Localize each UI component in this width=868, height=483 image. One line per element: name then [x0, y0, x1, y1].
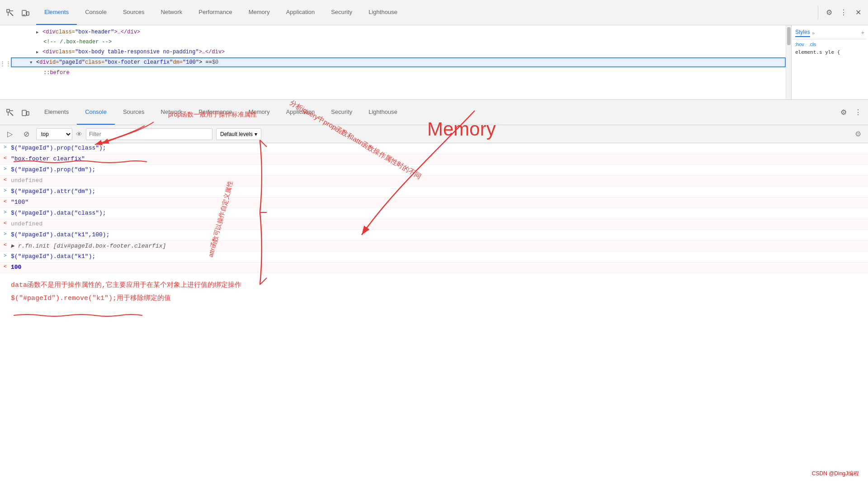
console-text-3: $("#pageId").prop("dm");: [11, 166, 864, 173]
tab-network[interactable]: Network: [153, 0, 191, 25]
three-dots-icon[interactable]: ⋮⋮: [0, 25, 11, 99]
svg-rect-11: [22, 110, 26, 116]
console-text-10: ▶ r.fn.init [div#pageId.box-footer.clear…: [11, 242, 864, 249]
console-line-3[interactable]: > $("#pageId").prop("dm");: [0, 165, 868, 176]
elements-scrollbar[interactable]: [786, 25, 791, 99]
console-line-10[interactable]: < ▶ r.fn.init [div#pageId.box-footer.cle…: [0, 241, 868, 252]
tree-line-3[interactable]: <div class="box-body table-responsive no…: [11, 47, 786, 57]
device-toolbar-icon[interactable]: [19, 6, 32, 19]
console-inspect-icon[interactable]: [4, 106, 16, 119]
inspect-element-icon[interactable]: [4, 6, 16, 19]
styles-header: Styles » +: [793, 27, 866, 39]
svg-line-10: [10, 113, 13, 116]
console-device-icon[interactable]: [19, 106, 32, 119]
input-arrow-1: >: [4, 145, 11, 150]
svg-rect-12: [27, 112, 29, 115]
console-context-select[interactable]: top: [36, 128, 72, 140]
console-tab-bar: Elements Console Sources Network Perform…: [36, 100, 837, 125]
console-line-11[interactable]: > $("#pageId").data("k1");: [0, 252, 868, 263]
tree-line-selected[interactable]: <div id="pageId" class="box-footer clear…: [11, 57, 786, 67]
styles-content: element.s yle {: [793, 47, 866, 57]
tree-line-2[interactable]: <!-- /.box-header -->: [11, 37, 786, 47]
console-line-5[interactable]: > $("#pageId").attr("dm");: [0, 187, 868, 197]
input-arrow-3: >: [4, 166, 11, 172]
console-gear-icon[interactable]: ⚙: [852, 128, 864, 141]
tree-line-1[interactable]: <div class="box-header">…</div>: [11, 27, 786, 37]
console-devtools-bar: Elements Console Sources Network Perform…: [0, 100, 868, 125]
tab-performance[interactable]: Performance: [190, 0, 240, 25]
tab2-sources[interactable]: Sources: [115, 100, 153, 125]
tab-memory[interactable]: Memory: [241, 0, 278, 25]
console-eye-icon[interactable]: 👁: [76, 131, 82, 138]
console-text-7: $("#pageId").data("class");: [11, 210, 864, 216]
tab2-lighthouse[interactable]: Lighthouse: [360, 100, 406, 125]
tree-arrow-3[interactable]: [36, 49, 42, 55]
console-text-11: $("#pageId").data("k1");: [11, 253, 864, 260]
tab2-application[interactable]: Application: [278, 100, 323, 125]
input-arrow-7: >: [4, 210, 11, 215]
output-arrow-10: <: [4, 242, 11, 248]
tree-arrow-4[interactable]: [30, 59, 35, 66]
console-line-8[interactable]: < undefined: [0, 219, 868, 230]
input-arrow-9: >: [4, 231, 11, 237]
svg-rect-0: [7, 9, 9, 12]
bottom-note-1: data函数不是用于操作属性的,它主要应用于在某个对象上进行值的绑定操作: [11, 281, 857, 289]
console-text-1: $("#pageId").prop("class");: [11, 145, 864, 151]
default-levels-button[interactable]: Default levels ▾: [216, 128, 261, 140]
cls-button[interactable]: .cls: [807, 41, 818, 47]
top-tab-icons: ⚙ ⋮ ✕: [815, 6, 864, 19]
console-line-6[interactable]: < "100": [0, 197, 868, 208]
elements-tree: <div class="box-header">…</div> <!-- /.b…: [11, 25, 786, 99]
tab2-security[interactable]: Security: [323, 100, 360, 125]
more-options-icon[interactable]: ⋮: [837, 6, 850, 19]
console-more-icon[interactable]: ⋮: [852, 106, 864, 119]
tab-elements[interactable]: Elements: [36, 0, 77, 25]
console-filter-input[interactable]: [86, 128, 212, 140]
bottom-notes-area: data函数不是用于操作属性的,它主要应用于在某个对象上进行值的绑定操作 $("…: [0, 273, 868, 306]
svg-line-3: [10, 13, 13, 16]
tab-console-top[interactable]: Console: [77, 0, 115, 25]
output-arrow-8: <: [4, 220, 11, 226]
console-line-9[interactable]: > $("#pageId").data("k1",100);: [0, 230, 868, 241]
console-settings-icon[interactable]: ⚙: [837, 106, 850, 119]
console-text-5: $("#pageId").attr("dm");: [11, 188, 864, 195]
elements-scroll-thumb[interactable]: [787, 27, 791, 45]
console-text-9: $("#pageId").data("k1",100);: [11, 231, 864, 238]
filter-icon-small: +: [861, 30, 864, 36]
console-toolbar: ▷ ⊘ top 👁 Default levels ▾ ⚙: [0, 125, 868, 143]
console-line-4[interactable]: < undefined: [0, 176, 868, 187]
console-play-icon[interactable]: ▷: [4, 128, 16, 141]
styles-tab[interactable]: Styles: [795, 29, 810, 37]
csdn-watermark: CSDN @DingJ编程: [812, 470, 859, 478]
console-text-4: undefined: [11, 177, 864, 184]
output-arrow-2: <: [4, 155, 11, 161]
tree-arrow-1[interactable]: [36, 29, 42, 35]
console-line-12[interactable]: < 100: [0, 263, 868, 273]
tab-application[interactable]: Application: [278, 0, 323, 25]
top-icons-left: [4, 6, 32, 19]
settings-icon[interactable]: ⚙: [823, 6, 835, 19]
svg-rect-7: [7, 109, 9, 112]
tree-line-5[interactable]: ::before: [11, 68, 786, 78]
tab2-performance[interactable]: Performance: [190, 100, 240, 125]
console-output: > $("#pageId").prop("class"); < "box-foo…: [0, 143, 868, 483]
console-bar-icons: ⚙ ⋮: [837, 106, 864, 119]
tab2-console[interactable]: Console: [77, 100, 115, 125]
console-line-7[interactable]: > $("#pageId").data("class");: [0, 208, 868, 219]
tab2-network[interactable]: Network: [153, 100, 191, 125]
input-arrow-5: >: [4, 188, 11, 193]
svg-rect-5: [27, 12, 29, 15]
tab-sources[interactable]: Sources: [115, 0, 153, 25]
output-arrow-12: <: [4, 264, 11, 269]
console-block-icon[interactable]: ⊘: [20, 128, 33, 141]
styles-more-btn[interactable]: »: [812, 30, 815, 36]
tab-security[interactable]: Security: [323, 0, 360, 25]
output-arrow-6: <: [4, 199, 11, 204]
tab-lighthouse[interactable]: Lighthouse: [360, 0, 406, 25]
close-devtools-icon[interactable]: ✕: [852, 6, 864, 19]
tab2-memory[interactable]: Memory: [241, 100, 278, 125]
hov-button[interactable]: :hov: [793, 41, 806, 47]
console-line-2[interactable]: < "box-footer clearfix": [0, 154, 868, 165]
tab2-elements[interactable]: Elements: [36, 100, 77, 125]
console-line-1[interactable]: > $("#pageId").prop("class");: [0, 143, 868, 154]
